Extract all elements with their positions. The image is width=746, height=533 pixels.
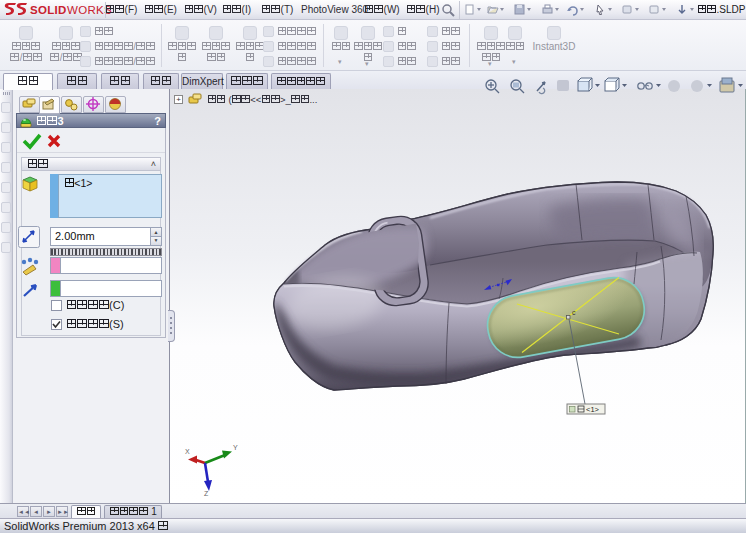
svg-text:Z: Z bbox=[204, 490, 209, 497]
svg-text:SOLID: SOLID bbox=[30, 4, 67, 16]
svg-text:<1>: <1> bbox=[586, 405, 600, 414]
svg-text:Y: Y bbox=[233, 444, 238, 451]
svg-text:X: X bbox=[185, 448, 190, 455]
svg-text:c: c bbox=[572, 309, 576, 316]
